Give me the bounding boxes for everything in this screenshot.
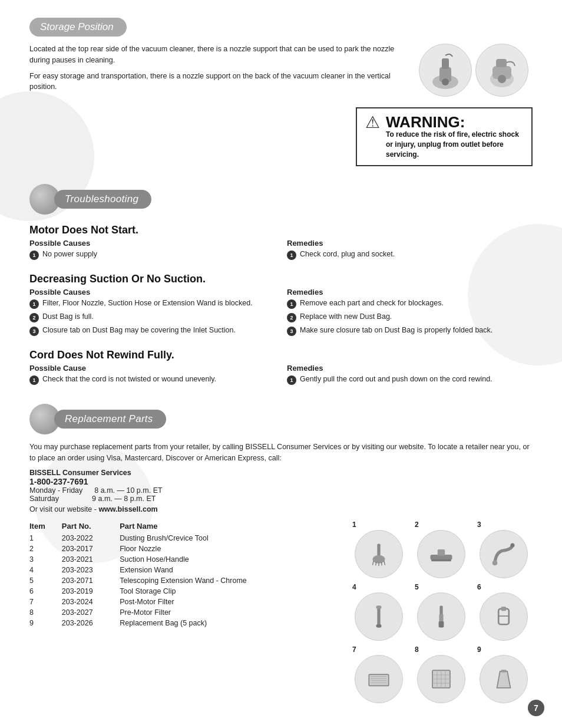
part-img-num-8: 8 [415,645,419,654]
part-img-num-4: 4 [352,583,356,591]
part-img-circle-5 [417,592,465,641]
cord-causes-header: Possible Cause [29,364,263,373]
part-img-num-1: 1 [352,521,356,529]
suction-remedy-2: 2 Replace with new Dust Bag. [287,312,521,322]
suction-remedy-num-2: 2 [287,313,296,322]
part-no: 203-2026 [62,618,120,628]
cord-remedies-header: Remedies [287,364,521,373]
svg-point-19 [510,543,514,547]
part-img-cell-4: 4 [350,583,408,641]
parts-table-section: Item Part No. Part Name 1 203-2022 Dusti… [29,521,338,703]
cord-remedy-num-1: 1 [287,375,296,385]
part-item: 9 [29,618,62,628]
table-row: 5 203-2071 Telescoping Extension Wand - … [29,575,338,586]
motor-remedy-1-text: Check cord, plug and socket. [300,250,395,258]
part-img-num-9: 9 [477,645,481,654]
suction-cause-3: 3 Closure tab on Dust Bag may be coverin… [29,326,263,336]
vacuum-img-2 [475,44,528,97]
issue-motor-title: Motor Does Not Start. [29,224,521,236]
part-img-circle-3 [480,530,528,578]
motor-remedies-header: Remedies [287,239,521,248]
parts-layout: Item Part No. Part Name 1 203-2022 Dusti… [29,521,533,703]
col-header-partno: Part No. [62,521,120,533]
suction-remedies: Remedies 1 Remove each part and check fo… [287,288,521,340]
hours-row-2: Saturday 9 a.m. — 8 p.m. ET [29,495,533,503]
suction-remedy-1: 1 Remove each part and check for blockag… [287,299,521,309]
warning-triangle-icon: ⚠ [365,114,380,131]
issue-cord: Cord Does Not Rewind Fully. Possible Cau… [29,349,521,388]
svg-line-10 [372,561,373,565]
part-img-circle-1 [355,530,403,578]
part-item: 3 [29,554,62,565]
troubleshooting-pill: Troubleshooting [54,190,151,209]
part-name: Extension Wand [120,565,338,575]
part-name: Dusting Brush/Crevice Tool [120,533,338,543]
part-img-cell-8: 8 [412,645,470,703]
part-item: 5 [29,575,62,586]
svg-rect-6 [496,59,507,67]
svg-rect-41 [501,670,507,672]
part-no: 203-2071 [62,575,120,586]
warning-title: WARNING: [386,114,523,130]
replacement-pill: Replacement Parts [54,410,166,429]
part-img-circle-9 [480,655,528,703]
col-header-item: Item [29,521,62,533]
table-row: 1 203-2022 Dusting Brush/Crevice Tool [29,533,338,543]
suction-cause-2-text: Dust Bag is full. [42,312,94,321]
part-img-circle-4 [355,592,403,641]
vacuum-img-1 [419,44,472,97]
table-row: 2 203-2017 Floor Nozzle [29,543,338,554]
part-item: 4 [29,565,62,575]
part-img-circle-6 [480,592,528,641]
svg-rect-16 [438,549,445,556]
suction-causes: Possible Causes 1 Filter, Floor Nozzle, … [29,288,263,340]
parts-images-grid: 1 2 3 4 5 6 [350,521,533,703]
svg-rect-22 [376,624,382,627]
hours-day-1: Monday - Friday [29,486,82,495]
storage-section-header: Storage Position [29,18,533,37]
website-line: Or visit our website - www.bissell.com [29,505,533,513]
storage-pill: Storage Position [29,18,127,37]
part-img-circle-7 [355,655,403,703]
hours-time-1: 8 a.m. — 10 p.m. ET [94,486,162,495]
troubleshooting-main: Motor Does Not Start. Possible Causes 1 … [29,224,533,398]
warning-text: To reduce the risk of fire, electric sho… [386,130,523,159]
cord-remedies: Remedies 1 Gently pull the cord out and … [287,364,521,388]
suction-cause-1-text: Filter, Floor Nozzle, Suction Hose or Ex… [42,299,253,307]
part-no: 203-2017 [62,543,120,554]
svg-point-18 [492,560,498,565]
issue-cord-title: Cord Does Not Rewind Fully. [29,349,521,361]
part-img-cell-2: 2 [412,521,470,578]
part-img-num-2: 2 [415,521,419,529]
part-item: 8 [29,607,62,618]
suction-remedy-num-1: 1 [287,299,296,309]
suction-cause-3-text: Closure tab on Dust Bag may be covering … [42,326,236,334]
svg-rect-29 [369,674,388,686]
issue-suction: Decreasing Suction Or No Suction. Possib… [29,273,521,340]
table-row: 9 203-2026 Replacement Bag (5 pack) [29,618,338,628]
svg-rect-24 [439,614,443,622]
remedy-num-1: 1 [287,251,296,260]
part-item: 7 [29,597,62,607]
suction-cause-2: 2 Dust Bag is full. [29,312,263,322]
motor-remedy-1: 1 Check cord, plug and socket. [287,250,521,260]
phone-number: 1-800-237-7691 [29,477,533,486]
suction-cause-1: 1 Filter, Floor Nozzle, Suction Hose or … [29,299,263,309]
suction-remedy-num-3: 3 [287,327,296,336]
part-no: 203-2023 [62,565,120,575]
svg-point-9 [372,555,385,564]
svg-line-13 [381,562,382,565]
table-row: 8 203-2027 Pre-Motor Filter [29,607,338,618]
cord-causes: Possible Cause 1 Check that the cord is … [29,364,263,388]
svg-rect-2 [442,58,449,69]
part-img-cell-5: 5 [412,583,470,641]
warning-content: WARNING: To reduce the risk of fire, ele… [386,114,523,159]
suction-cause-num-3: 3 [29,327,39,336]
issue-motor-cols: Possible Causes 1 No power supply Remedi… [29,239,521,263]
part-no: 203-2019 [62,586,120,597]
suction-remedy-3-text: Make sure closure tab on Dust Bag is pro… [300,326,492,334]
table-row: 3 203-2021 Suction Hose/Handle [29,554,338,565]
svg-point-7 [498,75,506,83]
vacuum-svg-1 [428,50,463,91]
website-url: www.bissell.com [98,505,157,513]
